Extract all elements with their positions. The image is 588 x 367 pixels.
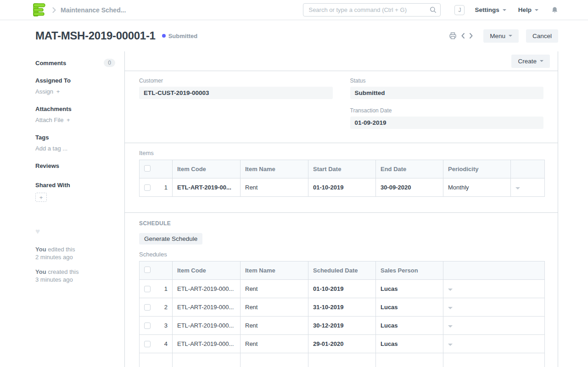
item-name-cell[interactable]: Rent bbox=[241, 280, 308, 298]
help-label: Help bbox=[518, 6, 532, 13]
col-item-code: Item Code bbox=[173, 261, 241, 280]
row-checkbox[interactable] bbox=[144, 323, 151, 329]
scheduled-date-cell[interactable]: 30-12-2019 bbox=[308, 317, 376, 335]
sales-person-cell[interactable]: Lucas bbox=[376, 335, 443, 353]
schedule-row[interactable]: 1 ETL-ART-2019-000... Rent 01-10-2019 Lu… bbox=[140, 280, 545, 298]
transaction-date-label: Transaction Date bbox=[350, 107, 544, 114]
global-search bbox=[303, 3, 441, 17]
schedule-row-partial bbox=[140, 353, 545, 367]
row-checkbox[interactable] bbox=[144, 286, 151, 292]
help-menu[interactable]: Help bbox=[518, 6, 538, 13]
share-add-button[interactable]: + bbox=[35, 193, 47, 202]
item-name-cell[interactable]: Rent bbox=[241, 178, 308, 197]
item-name-cell[interactable]: Rent bbox=[241, 317, 308, 335]
status-value[interactable]: Submitted bbox=[350, 87, 544, 99]
item-name-cell[interactable]: Rent bbox=[241, 335, 308, 353]
schedule-row[interactable]: 2 ETL-ART-2019-000... Rent 31-10-2019 Lu… bbox=[140, 298, 545, 317]
row-index: 1 bbox=[164, 285, 168, 292]
item-code-cell[interactable]: ETL-ART-2019-00... bbox=[173, 178, 241, 197]
start-date-cell[interactable]: 01-10-2019 bbox=[308, 178, 376, 197]
search-icon bbox=[430, 6, 437, 15]
schedule-row[interactable]: 4 ETL-ART-2019-000... Rent 29-01-2020 Lu… bbox=[140, 335, 545, 353]
breadcrumb-chevron-icon bbox=[52, 7, 56, 13]
form-body: Create Customer ETL-CUST-2019-00003 Stat… bbox=[124, 51, 558, 367]
customer-value[interactable]: ETL-CUST-2019-00003 bbox=[139, 87, 333, 99]
form-column-left: Customer ETL-CUST-2019-00003 bbox=[139, 78, 333, 129]
item-code-cell[interactable]: ETL-ART-2019-000... bbox=[173, 298, 241, 317]
transaction-date-field: Transaction Date 01-09-2019 bbox=[350, 107, 544, 129]
select-all-checkbox[interactable] bbox=[144, 267, 151, 273]
navbar: Maintenance Sched... J Settings Help bbox=[0, 0, 588, 20]
col-item-code: Item Code bbox=[173, 160, 241, 178]
item-code-cell[interactable]: ETL-ART-2019-000... bbox=[173, 280, 241, 298]
row-checkbox[interactable] bbox=[144, 341, 151, 347]
row-expand-icon[interactable] bbox=[448, 289, 453, 291]
row-expand-icon[interactable] bbox=[448, 344, 453, 346]
assign-link[interactable]: Assign + bbox=[35, 88, 115, 95]
right-margin bbox=[558, 51, 588, 367]
status-field: Status Submitted bbox=[350, 78, 544, 99]
print-icon[interactable] bbox=[449, 32, 457, 39]
item-code-cell[interactable]: ETL-ART-2019-000... bbox=[173, 317, 241, 335]
user-avatar[interactable]: J bbox=[454, 5, 465, 15]
content: Comments 0 Assigned To Assign + Attachme… bbox=[0, 51, 588, 367]
scheduled-date-cell[interactable]: 31-10-2019 bbox=[308, 298, 376, 317]
schedules-table-label: Schedules bbox=[139, 251, 543, 258]
periodicity-cell[interactable]: Monthly bbox=[443, 178, 511, 197]
add-tag-link[interactable]: Add a tag ... bbox=[35, 145, 115, 152]
row-checkbox[interactable] bbox=[144, 304, 151, 311]
activity-time: 2 minutes ago bbox=[35, 253, 115, 261]
notifications-bell-icon[interactable] bbox=[551, 6, 558, 14]
menu-button[interactable]: Menu bbox=[483, 29, 519, 43]
create-button-label: Create bbox=[518, 58, 537, 65]
create-button[interactable]: Create bbox=[511, 55, 550, 68]
row-expand-icon[interactable] bbox=[448, 325, 453, 328]
erpnext-logo-icon[interactable] bbox=[33, 3, 46, 17]
scheduled-date-cell[interactable]: 29-01-2020 bbox=[308, 335, 376, 353]
sales-person-cell[interactable]: Lucas bbox=[376, 317, 443, 335]
cancel-button-label: Cancel bbox=[532, 33, 552, 39]
chevron-down-icon bbox=[509, 35, 512, 37]
activity-action: created this bbox=[46, 268, 79, 275]
next-document-icon[interactable] bbox=[469, 33, 473, 39]
activity-user: You bbox=[35, 268, 46, 275]
menu-button-label: Menu bbox=[490, 33, 505, 39]
select-all-checkbox[interactable] bbox=[144, 165, 151, 172]
col-periodicity: Periodicity bbox=[443, 160, 511, 178]
row-expand-icon[interactable] bbox=[515, 187, 520, 189]
end-date-cell[interactable]: 30-09-2020 bbox=[376, 178, 443, 197]
breadcrumb[interactable]: Maintenance Sched... bbox=[61, 6, 126, 14]
sales-person-cell[interactable]: Lucas bbox=[376, 280, 443, 298]
cancel-button[interactable]: Cancel bbox=[526, 29, 558, 43]
transaction-date-value[interactable]: 01-09-2019 bbox=[350, 117, 544, 129]
status-label: Status bbox=[350, 78, 544, 84]
activity-entry: You edited this 2 minutes ago bbox=[35, 245, 115, 261]
avatar-letter: J bbox=[458, 7, 461, 13]
item-name-cell[interactable]: Rent bbox=[241, 298, 308, 317]
row-checkbox[interactable] bbox=[144, 184, 151, 191]
comments-label: Comments bbox=[35, 60, 66, 67]
sales-person-cell[interactable]: Lucas bbox=[376, 298, 443, 317]
prev-document-icon[interactable] bbox=[461, 33, 465, 39]
form-section-details: Customer ETL-CUST-2019-00003 Status Subm… bbox=[125, 71, 558, 143]
col-item-name: Item Name bbox=[241, 160, 308, 178]
row-expand-icon[interactable] bbox=[448, 307, 453, 309]
item-code-cell[interactable]: ETL-ART-2019-000... bbox=[173, 335, 241, 353]
like-heart-icon[interactable]: ♥ bbox=[35, 228, 115, 235]
settings-menu[interactable]: Settings bbox=[475, 6, 506, 13]
chevron-down-icon bbox=[535, 9, 538, 11]
items-row[interactable]: 1 ETL-ART-2019-00... Rent 01-10-2019 30-… bbox=[140, 178, 545, 197]
search-input[interactable] bbox=[303, 3, 441, 17]
attach-file-link[interactable]: Attach File + bbox=[35, 117, 115, 123]
plus-icon: + bbox=[67, 117, 70, 123]
sidebar-item-comments[interactable]: Comments 0 bbox=[35, 59, 115, 67]
assign-link-label: Assign bbox=[35, 88, 53, 95]
schedule-row[interactable]: 3 ETL-ART-2019-000... Rent 30-12-2019 Lu… bbox=[140, 317, 545, 335]
row-index: 2 bbox=[164, 304, 168, 311]
generate-schedule-button[interactable]: Generate Schedule bbox=[139, 233, 202, 245]
schedule-section-heading: SCHEDULE bbox=[139, 220, 543, 227]
sidebar-section-reviews: Reviews bbox=[35, 162, 115, 169]
scheduled-date-cell[interactable]: 01-10-2019 bbox=[308, 280, 376, 298]
tags-label: Tags bbox=[35, 134, 115, 141]
status-indicator-dot bbox=[162, 34, 166, 38]
